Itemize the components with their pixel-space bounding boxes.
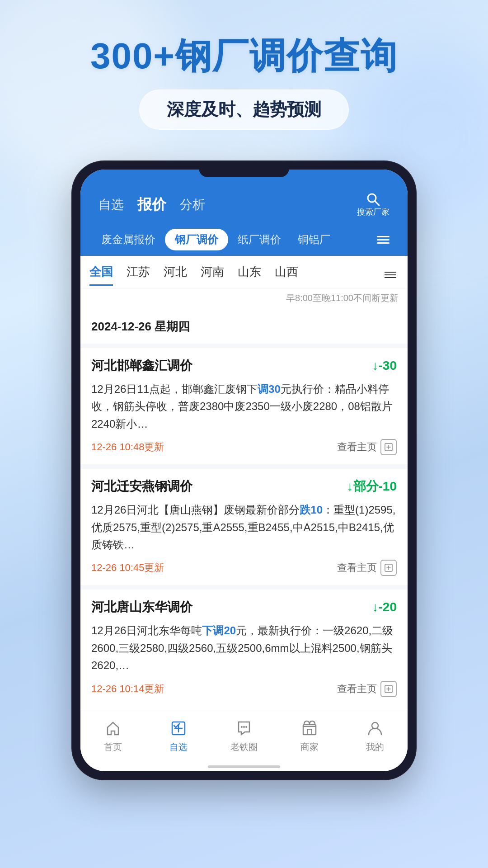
nav-label-watchlist: 自选: [169, 741, 188, 753]
svg-point-9: [245, 726, 247, 728]
region-tab-shanxi[interactable]: 山西: [275, 264, 298, 286]
nav-item-watchlist[interactable]: 自选: [146, 718, 211, 753]
home-link-icon-2: [380, 560, 397, 576]
merchant-nav-icon: [300, 718, 319, 738]
home-nav-icon: [103, 718, 123, 738]
nav-row: 自选 报价 分析 搜索厂家: [94, 192, 394, 224]
card-header-1: 河北邯郸鑫汇调价 ↓-30: [91, 357, 397, 374]
card-body-1: 12月26日11点起，邯郸鑫汇废钢下调30元执行价：精品小料停收，钢筋头停收，普…: [91, 381, 397, 433]
bottom-nav: 首页 自选: [80, 711, 408, 762]
price-card-3[interactable]: 河北唐山东华调价 ↓-20 12月26日河北东华每吨下调20元，最新执行价：一级…: [80, 590, 408, 706]
cat-tab-steel[interactable]: 钢厂调价: [165, 229, 228, 250]
category-menu-icon[interactable]: [372, 234, 394, 246]
nav-item-home[interactable]: 首页: [80, 718, 146, 753]
view-home-label-1: 查看主页: [337, 440, 377, 454]
region-menu-icon[interactable]: [382, 269, 399, 280]
nav-item-community[interactable]: 老铁圈: [211, 718, 277, 753]
card-body-3: 12月26日河北东华每吨下调20元，最新执行价：一级2620,二级2600,三级…: [91, 622, 397, 674]
nav-label-community: 老铁圈: [230, 741, 258, 753]
category-row: 废金属报价 钢厂调价 纸厂调价 铜铝厂: [94, 224, 394, 256]
svg-point-8: [243, 726, 245, 728]
card-header-3: 河北唐山东华调价 ↓-20: [91, 599, 397, 616]
search-label: 搜索厂家: [357, 207, 389, 217]
region-tabs: 全国 江苏 河北 河南 山东 山西: [89, 264, 382, 286]
cat-tab-paper[interactable]: 纸厂调价: [230, 229, 288, 250]
nav-tab-zixuan[interactable]: 自选: [99, 196, 124, 213]
price-card-1[interactable]: 河北邯郸鑫汇调价 ↓-30 12月26日11点起，邯郸鑫汇废钢下调30元执行价：…: [80, 348, 408, 464]
region-bar: 全国 江苏 河北 河南 山东 山西: [80, 256, 408, 288]
nav-label-merchant: 商家: [300, 741, 319, 753]
card-footer-2: 12-26 10:45更新 查看主页: [91, 560, 397, 576]
card-footer-1: 12-26 10:48更新 查看主页: [91, 439, 397, 455]
price-change-1: ↓-30: [372, 359, 397, 373]
card-footer-3: 12-26 10:14更新 查看主页: [91, 681, 397, 697]
subtitle-badge: 深度及时、趋势预测: [139, 90, 349, 130]
svg-point-7: [241, 726, 243, 728]
svg-line-1: [375, 201, 379, 205]
view-home-label-3: 查看主页: [337, 682, 377, 696]
card-title-1: 河北邯郸鑫汇调价: [91, 357, 192, 374]
home-link-icon-1: [380, 439, 397, 455]
search-button[interactable]: 搜索厂家: [357, 192, 389, 217]
update-stamp-1: 12-26 10:48更新: [91, 440, 164, 454]
watchlist-nav-icon: [169, 718, 188, 738]
nav-tab-baojia[interactable]: 报价: [137, 195, 166, 215]
view-home-1[interactable]: 查看主页: [337, 439, 397, 455]
price-change-2: ↓部分-10: [347, 478, 397, 495]
nav-item-profile[interactable]: 我的: [342, 718, 408, 753]
nav-tab-fenxi[interactable]: 分析: [180, 196, 205, 213]
price-change-3: ↓-20: [372, 600, 397, 614]
update-stamp-3: 12-26 10:14更新: [91, 682, 164, 696]
nav-tabs: 自选 报价 分析: [99, 195, 205, 215]
view-home-3[interactable]: 查看主页: [337, 681, 397, 697]
region-tab-henan[interactable]: 河南: [201, 264, 224, 286]
price-card-2[interactable]: 河北迁安燕钢调价 ↓部分-10 12月26日河北【唐山燕钢】废钢最新价部分跌10…: [80, 469, 408, 585]
content-area: 2024-12-26 星期四 河北邯郸鑫汇调价 ↓-30 12月26日11点起，…: [80, 310, 408, 706]
date-header: 2024-12-26 星期四: [80, 310, 408, 344]
nav-label-profile: 我的: [366, 741, 384, 753]
cat-tab-copper[interactable]: 铜铝厂: [291, 229, 338, 250]
cat-tab-scrap[interactable]: 废金属报价: [94, 229, 163, 250]
svg-rect-11: [307, 729, 312, 735]
home-indicator: [80, 762, 408, 771]
phone-mockup: 自选 报价 分析 搜索厂家 废金属报价 钢厂调价: [0, 161, 488, 779]
main-title: 300+钢厂调价查询: [27, 36, 461, 76]
region-tab-all[interactable]: 全国: [89, 264, 113, 286]
update-stamp-2: 12-26 10:45更新: [91, 561, 164, 575]
app-header: 自选 报价 分析 搜索厂家 废金属报价 钢厂调价: [80, 170, 408, 256]
nav-item-merchant[interactable]: 商家: [277, 718, 342, 753]
svg-marker-6: [239, 722, 249, 735]
home-bar: [208, 765, 280, 768]
card-title-3: 河北唐山东华调价: [91, 599, 192, 616]
search-icon: [366, 192, 380, 207]
phone-notch: [199, 161, 289, 177]
region-tab-hebei[interactable]: 河北: [164, 264, 187, 286]
view-home-label-2: 查看主页: [337, 561, 377, 575]
profile-nav-icon: [365, 718, 385, 738]
update-notice: 早8:00至晚11:00不间断更新: [80, 288, 408, 310]
card-header-2: 河北迁安燕钢调价 ↓部分-10: [91, 478, 397, 495]
card-title-2: 河北迁安燕钢调价: [91, 478, 192, 495]
card-body-2: 12月26日河北【唐山燕钢】废钢最新价部分跌10：重型(1)2595,优质257…: [91, 501, 397, 553]
nav-label-home: 首页: [104, 741, 122, 753]
home-link-icon-3: [380, 681, 397, 697]
community-nav-icon: [234, 718, 254, 738]
region-tab-jiangsu[interactable]: 江苏: [127, 264, 150, 286]
region-tab-shandong[interactable]: 山东: [238, 264, 261, 286]
view-home-2[interactable]: 查看主页: [337, 560, 397, 576]
